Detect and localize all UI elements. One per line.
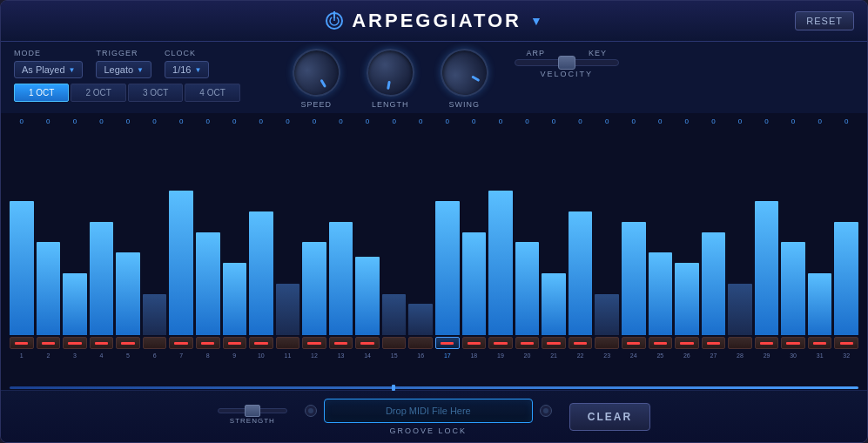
step-bar-16[interactable]	[408, 304, 433, 335]
step-toggle-23[interactable]	[595, 337, 619, 349]
step-column-30: 030	[781, 117, 805, 359]
step-bar-container-18	[462, 129, 487, 335]
mode-select[interactable]: As Played ▼	[14, 61, 83, 78]
step-toggle-26[interactable]	[675, 337, 699, 349]
step-toggle-6[interactable]	[143, 337, 167, 349]
step-bar-17[interactable]	[435, 201, 460, 335]
step-bar-10[interactable]	[249, 211, 273, 335]
groove-dot-left[interactable]	[305, 405, 317, 417]
step-bar-24[interactable]	[622, 222, 646, 335]
step-toggle-14[interactable]	[355, 337, 380, 349]
step-toggle-16[interactable]	[408, 337, 433, 349]
trigger-select[interactable]: Legato ▼	[96, 61, 151, 78]
step-bar-9[interactable]	[223, 263, 247, 335]
step-toggle-8[interactable]	[196, 337, 220, 349]
step-bar-18[interactable]	[462, 232, 487, 336]
step-bar-11[interactable]	[276, 284, 300, 335]
oct-3-button[interactable]: 3 OCT	[128, 84, 183, 102]
oct-4-button[interactable]: 4 OCT	[185, 84, 239, 102]
step-toggle-2[interactable]	[37, 337, 61, 349]
step-toggle-22[interactable]	[569, 337, 593, 349]
step-column-25: 025	[649, 117, 673, 359]
step-number-20: 20	[524, 352, 531, 359]
step-toggle-4[interactable]	[90, 337, 114, 349]
step-bar-30[interactable]	[781, 242, 805, 335]
step-bar-22[interactable]	[569, 211, 593, 335]
step-bar-container-4	[90, 129, 114, 335]
step-toggle-15[interactable]	[382, 337, 407, 349]
strength-group: STRENGTH	[218, 408, 287, 425]
reset-button[interactable]: RESET	[795, 11, 854, 30]
step-bar-15[interactable]	[382, 294, 407, 335]
step-bar-13[interactable]	[329, 222, 353, 335]
step-toggle-27[interactable]	[702, 337, 726, 349]
step-toggle-9[interactable]	[223, 337, 247, 349]
oct-2-button[interactable]: 2 OCT	[71, 84, 125, 102]
step-value-10: 0	[259, 117, 263, 125]
step-value-18: 0	[472, 117, 475, 125]
step-toggle-17[interactable]	[435, 337, 460, 349]
step-bar-28[interactable]	[728, 284, 752, 335]
step-number-12: 12	[311, 352, 318, 359]
strength-track[interactable]	[218, 408, 287, 413]
step-toggle-24[interactable]	[622, 337, 646, 349]
title-dropdown-arrow[interactable]: ▼	[530, 14, 542, 28]
step-toggle-12[interactable]	[302, 337, 326, 349]
step-bar-29[interactable]	[755, 201, 779, 335]
groove-dot-right[interactable]	[540, 405, 552, 417]
step-bar-1[interactable]	[10, 201, 34, 335]
clear-button[interactable]: CLEAR	[569, 403, 650, 431]
step-bar-container-29	[755, 129, 779, 335]
step-bar-6[interactable]	[143, 294, 167, 335]
step-column-15: 015	[382, 117, 407, 359]
step-bar-25[interactable]	[649, 252, 673, 335]
step-toggle-3[interactable]	[63, 337, 87, 349]
step-bar-12[interactable]	[302, 242, 326, 335]
groove-drop-field[interactable]: Drop MIDI File Here	[324, 399, 533, 423]
step-bar-7[interactable]	[169, 191, 193, 335]
step-toggle-13[interactable]	[329, 337, 353, 349]
step-number-29: 29	[764, 352, 770, 359]
strength-thumb[interactable]	[245, 405, 260, 417]
step-toggle-32[interactable]	[834, 337, 858, 349]
velocity-slider-track[interactable]	[515, 59, 619, 66]
step-toggle-20[interactable]	[515, 337, 540, 349]
step-bar-19[interactable]	[488, 191, 513, 335]
step-bar-31[interactable]	[808, 273, 832, 335]
step-toggle-28[interactable]	[728, 337, 752, 349]
oct-1-button[interactable]: 1 OCT	[14, 84, 69, 102]
step-toggle-5[interactable]	[116, 337, 140, 349]
step-bar-14[interactable]	[355, 257, 380, 335]
step-bar-23[interactable]	[595, 294, 619, 335]
step-bar-27[interactable]	[702, 232, 726, 336]
step-bar-8[interactable]	[196, 232, 220, 336]
step-toggle-21[interactable]	[542, 337, 566, 349]
step-bar-4[interactable]	[90, 222, 114, 335]
step-bar-2[interactable]	[37, 242, 61, 335]
step-toggle-11[interactable]	[276, 337, 300, 349]
power-icon[interactable]	[326, 12, 343, 30]
step-toggle-30[interactable]	[781, 337, 805, 349]
step-bar-container-31	[808, 129, 832, 335]
step-bar-5[interactable]	[116, 252, 140, 335]
step-bar-container-21	[542, 129, 566, 335]
step-bar-3[interactable]	[63, 273, 87, 335]
step-column-14: 014	[355, 117, 380, 359]
step-toggle-25[interactable]	[649, 337, 673, 349]
step-bar-20[interactable]	[515, 242, 540, 335]
step-toggle-19[interactable]	[488, 337, 513, 349]
step-toggle-10[interactable]	[249, 337, 273, 349]
clock-select[interactable]: 1/16 ▼	[165, 61, 209, 78]
step-value-15: 0	[392, 117, 395, 125]
step-toggle-18[interactable]	[462, 337, 487, 349]
step-bar-21[interactable]	[542, 273, 566, 335]
step-bar-32[interactable]	[834, 222, 858, 335]
step-toggle-1[interactable]	[10, 337, 34, 349]
step-bar-container-9	[223, 129, 247, 335]
step-toggle-31[interactable]	[808, 337, 832, 349]
step-toggle-7[interactable]	[169, 337, 193, 349]
velocity-slider-thumb[interactable]	[558, 56, 575, 70]
velocity-slider-container	[515, 59, 619, 66]
step-toggle-29[interactable]	[755, 337, 779, 349]
step-bar-26[interactable]	[675, 263, 699, 335]
